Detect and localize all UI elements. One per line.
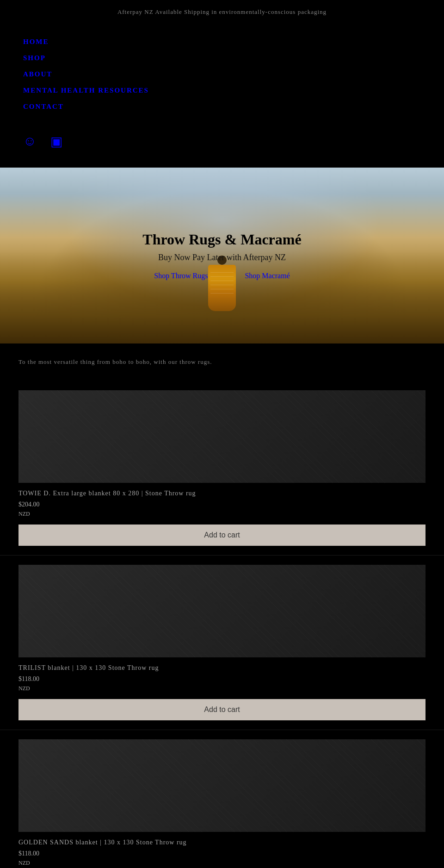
section-desc-text: To the most versatile thing from boho to… bbox=[18, 358, 212, 365]
product-currency-2: NZD bbox=[18, 685, 426, 692]
nav-about[interactable]: ABOUT bbox=[23, 70, 421, 78]
product-price-2: $118.00 bbox=[18, 675, 426, 683]
banner-text: Afterpay NZ Available Shipping in enviro… bbox=[117, 8, 327, 15]
nav-links: HOME SHOP ABOUT MENTAL HEALTH RESOURCES … bbox=[23, 38, 421, 111]
product-currency-1: NZD bbox=[18, 511, 426, 518]
section-description: To the most versatile thing from boho to… bbox=[0, 343, 444, 381]
nav-shop[interactable]: SHOP bbox=[23, 54, 421, 62]
shop-throw-rugs-link[interactable]: Shop Throw Rugs bbox=[154, 272, 208, 280]
shop-macrame-link[interactable]: Shop Macramé bbox=[245, 272, 290, 280]
product-card-2: TRILIST blanket | 130 x 130 Stone Throw … bbox=[0, 556, 444, 730]
account-icon[interactable]: ☺ bbox=[23, 134, 37, 149]
product-image-overlay-1 bbox=[18, 390, 426, 483]
product-name-2: TRILIST blanket | 130 x 130 Stone Throw … bbox=[18, 664, 426, 672]
hero-title: Throw Rugs & Macramé bbox=[142, 231, 301, 248]
product-card-3: GOLDEN SANDS blanket | 130 x 130 Stone T… bbox=[0, 730, 444, 868]
product-name-1: TOWIE D. Extra large blanket 80 x 280 | … bbox=[18, 490, 426, 497]
add-to-cart-button-2[interactable]: Add to cart bbox=[18, 699, 426, 720]
nav-contact[interactable]: CONTACT bbox=[23, 103, 421, 111]
product-card-1: TOWIE D. Extra large blanket 80 x 280 | … bbox=[0, 381, 444, 556]
nav-icons: ☺ ▣ bbox=[23, 125, 421, 158]
product-image-1 bbox=[18, 390, 426, 483]
product-price-3: $118.00 bbox=[18, 850, 426, 857]
hero-subtitle: Buy Now Pay Later with Afterpay NZ bbox=[142, 253, 301, 262]
product-image-overlay-3 bbox=[18, 739, 426, 832]
product-name-3: GOLDEN SANDS blanket | 130 x 130 Stone T… bbox=[18, 839, 426, 846]
add-to-cart-button-1[interactable]: Add to cart bbox=[18, 525, 426, 546]
product-image-2 bbox=[18, 565, 426, 657]
product-image-overlay-2 bbox=[18, 565, 426, 657]
top-banner: Afterpay NZ Available Shipping in enviro… bbox=[0, 0, 444, 24]
product-image-3 bbox=[18, 739, 426, 832]
hero-links: Shop Throw Rugs Shop Macramé bbox=[142, 272, 301, 280]
hero-section: Throw Rugs & Macramé Buy Now Pay Later w… bbox=[0, 168, 444, 343]
cart-icon[interactable]: ▣ bbox=[50, 134, 62, 149]
nav-mental-health[interactable]: MENTAL HEALTH RESOURCES bbox=[23, 87, 421, 94]
navigation: HOME SHOP ABOUT MENTAL HEALTH RESOURCES … bbox=[0, 24, 444, 168]
nav-home[interactable]: HOME bbox=[23, 38, 421, 46]
product-price-1: $204.00 bbox=[18, 501, 426, 508]
hero-content: Throw Rugs & Macramé Buy Now Pay Later w… bbox=[142, 231, 301, 280]
product-currency-3: NZD bbox=[18, 860, 426, 867]
